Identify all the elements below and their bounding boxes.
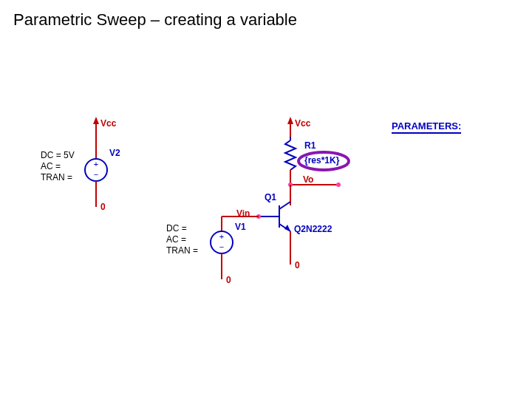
vsrc-minus-v1: −	[219, 242, 224, 251]
label-q1: Q1	[265, 192, 276, 204]
label-src1-tran: TRAN =	[41, 172, 72, 184]
label-src1-dc: DC = 5V	[41, 150, 75, 162]
vsrc-plus-v2: +	[94, 160, 98, 168]
label-v2: V2	[109, 148, 120, 160]
node-vo-end	[336, 183, 341, 187]
label-src2-tran: TRAN =	[166, 245, 198, 257]
label-zero3: 0	[295, 260, 300, 272]
vsrc-plus-v1: +	[219, 232, 224, 241]
label-vcc-right: Vcc	[295, 118, 310, 130]
label-src2-dc: DC =	[166, 223, 187, 235]
parameters-header: PARAMETERS:	[392, 120, 461, 134]
svg-marker-3	[284, 225, 290, 231]
label-src2-ac: AC =	[166, 234, 186, 246]
label-v1: V1	[235, 222, 246, 233]
label-q2n2222: Q2N2222	[294, 224, 332, 236]
transistor-q1	[259, 202, 290, 231]
label-r1: R1	[304, 140, 316, 152]
label-r1-value: {res*1K}	[304, 155, 339, 167]
label-vcc-left: Vcc	[100, 118, 116, 130]
arrow-vcc-left	[93, 117, 99, 124]
vsrc-minus-v2: −	[94, 170, 98, 179]
resistor-r1	[285, 140, 296, 170]
label-zero2: 0	[226, 275, 231, 287]
label-vo: Vo	[303, 174, 313, 186]
arrow-vcc-right	[287, 117, 293, 124]
label-src1-ac: AC =	[41, 161, 61, 173]
label-vin: Vin	[236, 208, 250, 220]
svg-line-1	[279, 202, 290, 209]
label-zero1: 0	[100, 202, 106, 214]
